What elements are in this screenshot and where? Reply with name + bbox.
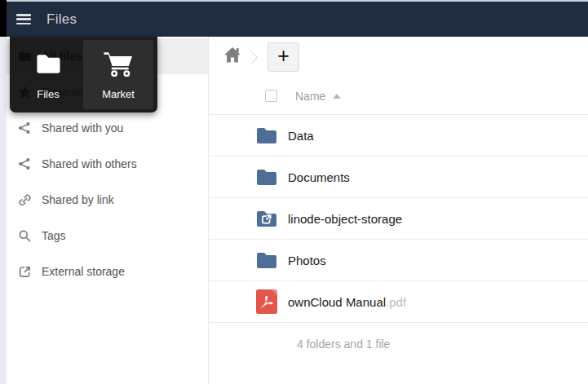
sidebar-item-shared-by-link[interactable]: Shared by link [7,182,208,218]
file-row-documents[interactable]: Documents [209,157,588,198]
app-menu-item-label: Files [37,88,59,100]
shopping-cart-icon [102,40,135,88]
sidebar-item-label: External storage [42,265,125,278]
file-name: Documents [288,170,350,184]
app-menu-item-market[interactable]: Market [83,40,153,109]
share-icon [17,157,32,171]
window-edge-left [0,37,7,384]
page-title: Files [46,11,77,28]
sidebar-item-label: Tags [42,229,66,242]
file-name: linode-object-storage [288,212,402,226]
new-file-button[interactable]: + [267,42,299,72]
external-folder-icon [255,206,278,231]
file-name: Photos [288,254,326,267]
sidebar-item-external-storage[interactable]: External storage [7,254,208,289]
window-edge-top [0,0,7,37]
sort-ascending-icon [333,94,341,99]
file-extension: .pdf [386,295,406,309]
app-menu-item-label: Market [102,88,135,100]
magnifier-icon [17,228,32,243]
folder-icon [35,40,62,88]
sidebar-item-shared-with-others[interactable]: Shared with others [7,146,208,182]
link-icon [17,192,32,207]
folder-icon [255,165,278,189]
file-row-owncloud-manual-pdf[interactable]: ownCloud Manual.pdf [209,281,588,323]
folder-icon [255,123,278,148]
app-menu-toggle-button[interactable] [16,14,31,24]
app-menu-dropdown: Files Market [10,37,157,113]
sidebar-item-tags[interactable]: Tags [7,218,208,254]
file-row-data[interactable]: Data [209,115,588,157]
topbar: Files [7,2,588,37]
app-menu-item-files[interactable]: Files [13,40,83,109]
sidebar-item-shared-with-you[interactable]: Shared with you [7,110,208,146]
column-header-name[interactable]: Name [295,90,341,103]
sidebar-item-label: Shared by link [42,193,114,206]
column-header-label: Name [295,90,325,103]
select-all-checkbox[interactable] [265,90,277,102]
folder-icon [255,248,278,272]
file-list-summary: 4 folders and 1 file [209,323,588,351]
sidebar-item-label: Shared with you [42,121,123,135]
breadcrumb-bar: + [209,37,588,78]
owncloud-files-app: Files All files Favorites Shared with yo… [0,0,588,384]
file-name: Data [288,129,314,143]
chevron-right-icon [245,51,259,64]
share-icon [17,121,32,135]
file-list-panel: + Name Data Documents [208,37,588,384]
plus-icon: + [277,46,290,66]
sidebar-item-label: Shared with others [42,157,137,170]
file-name: ownCloud Manual.pdf [288,295,406,309]
home-icon[interactable] [224,47,241,63]
external-link-icon [17,264,32,279]
file-row-linode-object-storage[interactable]: linode-object-storage [209,198,588,240]
file-table-header: Name [209,78,588,115]
file-row-photos[interactable]: Photos [209,240,588,281]
pdf-file-icon [255,289,278,314]
